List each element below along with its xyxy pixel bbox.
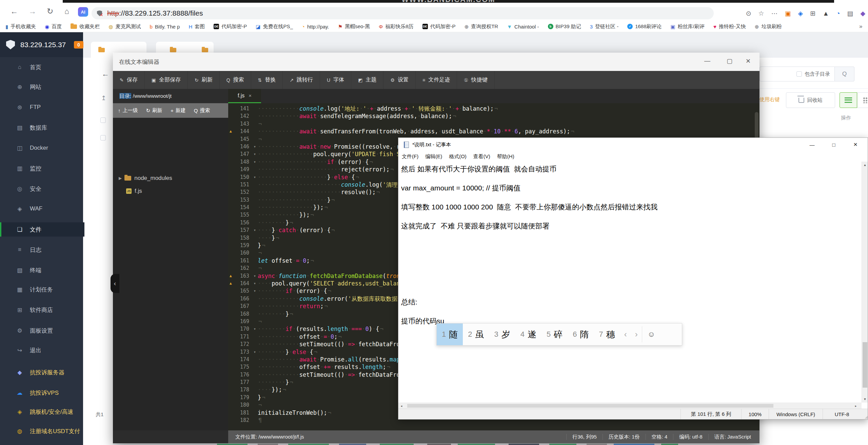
bookmark-item[interactable]: DE代码加密-P: [422, 23, 456, 30]
reload-icon[interactable]: ↻: [47, 7, 53, 15]
sidebar-item-退出[interactable]: ↪退出: [0, 343, 83, 357]
fold-arrow-icon[interactable]: ▾: [254, 158, 256, 166]
profile-icon[interactable]: ◆: [860, 10, 865, 17]
scroll-up-icon[interactable]: ▲: [862, 162, 868, 168]
sidebar-item-计划任务[interactable]: ▦计划任务: [0, 282, 83, 297]
fold-arrow-icon[interactable]: ▾: [254, 143, 256, 150]
extension-orange-icon[interactable]: ▣: [785, 10, 791, 17]
bookmark-item[interactable]: ▣粉丝库/刷评: [671, 23, 705, 30]
editor-toolbar-button-字体[interactable]: U字体: [320, 71, 351, 89]
include-sub-checkbox[interactable]: [796, 71, 802, 77]
bookmark-item[interactable]: 收藏夹栏: [71, 23, 100, 30]
notepad-title-bar[interactable]: *说明.txt - 记事本 — □ ✕: [398, 138, 868, 151]
ime-candidate-6[interactable]: 6隋: [568, 323, 594, 345]
notification-badge[interactable]: 0: [74, 41, 83, 49]
notepad-menu-文件(F)[interactable]: 文件(F): [398, 153, 422, 160]
scroll-down-icon[interactable]: ▼: [862, 396, 868, 403]
url-text[interactable]: http://83.229.125.37:8888/files: [107, 9, 203, 17]
tree-toolbar-上一级[interactable]: ↑上一级: [118, 107, 138, 114]
editor-minimize-button[interactable]: —: [704, 57, 710, 64]
tree-item-folder[interactable]: ▶ node_modules: [119, 175, 172, 182]
sidebar-promo-抗投诉VPS[interactable]: ☁抗投诉VPS: [0, 386, 83, 400]
fm-search-button[interactable]: Q: [835, 67, 854, 81]
tree-toolbar-新建[interactable]: +新建: [171, 107, 186, 114]
editor-toolbar-button-跳转行[interactable]: ↗跳转行: [283, 71, 320, 89]
bookmark-item[interactable]: ◉百度: [45, 23, 62, 30]
notepad-menu-帮助(H)[interactable]: 帮助(H): [494, 153, 518, 160]
ime-candidate-5[interactable]: 5碎: [541, 323, 568, 345]
sidebar-item-Docker[interactable]: ◫Docker: [0, 141, 83, 155]
extension-blue-icon[interactable]: ◈: [798, 10, 803, 17]
bookmark-item[interactable]: ⊕查询授权TR: [465, 23, 498, 30]
tree-item-file[interactable]: JS f.js: [126, 188, 142, 194]
bookmark-item[interactable]: DE代码加密-P: [214, 23, 247, 30]
editor-toolbar-button-主题[interactable]: ◩主题: [351, 71, 383, 89]
editor-close-button[interactable]: ✕: [746, 57, 751, 65]
list-view-toggle[interactable]: [840, 92, 857, 108]
tree-toolbar-刷新[interactable]: ↻刷新: [146, 107, 163, 114]
sidebar-item-WAF[interactable]: ◈WAF: [0, 202, 83, 216]
sidebar-item-文件[interactable]: ❏文件: [0, 222, 84, 237]
bookmarks-overflow-icon[interactable]: »: [859, 23, 862, 30]
ime-candidate-4[interactable]: 4遂: [515, 323, 541, 345]
sidebar-promo-跳板机/安全/高速[interactable]: ◈跳板机/安全/高速: [0, 405, 83, 419]
sidebar-item-监控[interactable]: ▥监控: [0, 161, 83, 175]
row-checkbox[interactable]: [100, 117, 106, 123]
fold-arrow-icon[interactable]: ▾: [254, 173, 256, 181]
sidebar-item-软件商店[interactable]: ⊞软件商店: [0, 303, 83, 317]
bookmark-item[interactable]: ⊕垃圾刷粉: [755, 23, 782, 30]
bookmark-item[interactable]: ✓1688刷评论: [627, 23, 662, 30]
editor-toolbar-button-设置[interactable]: ⚙设置: [383, 71, 416, 89]
bookmark-item[interactable]: H套图: [189, 23, 205, 30]
key-icon[interactable]: ⊙: [746, 10, 751, 17]
row-checkbox[interactable]: [100, 135, 106, 141]
fm-back-icon[interactable]: ←: [102, 70, 109, 78]
url-bar[interactable]: ✕ http://83.229.125.37:8888/files: [92, 7, 714, 19]
bookmark-item[interactable]: ◍麦克风测试: [108, 23, 141, 30]
notepad-minimize-button[interactable]: —: [804, 138, 820, 151]
bookmark-item[interactable]: ◔http://pay.: [302, 24, 329, 30]
bookmark-item[interactable]: ♥推特粉-又快: [713, 23, 746, 30]
scroll-left-icon[interactable]: ◂: [398, 403, 405, 409]
editor-scrollbar-thumb[interactable]: [755, 112, 758, 139]
expand-arrow-icon[interactable]: ▶: [119, 176, 122, 181]
notepad-hscrollbar[interactable]: ◂ ▸: [398, 403, 862, 409]
scroll-right-icon[interactable]: ▸: [853, 403, 859, 409]
notepad-maximize-button[interactable]: □: [826, 138, 842, 151]
sidebar-promo-注册域名USDT支付[interactable]: ◍注册域名USDT支付: [0, 424, 83, 438]
grid-view-toggle[interactable]: [857, 92, 868, 108]
home-icon[interactable]: ⌂: [64, 7, 69, 15]
ai-extension-icon[interactable]: AI: [78, 7, 88, 17]
editor-toolbar-button-刷新[interactable]: ↻刷新: [188, 71, 220, 89]
ime-candidate-3[interactable]: 3岁: [489, 323, 515, 345]
notepad-menu-编辑(E)[interactable]: 编辑(E): [422, 153, 446, 160]
ime-prev-icon[interactable]: ‹: [620, 323, 631, 345]
sidebar-item-FTP[interactable]: ⊛FTP: [0, 100, 83, 114]
editor-title-bar[interactable]: 在线文本编辑器 — ▢ ✕: [113, 53, 760, 71]
scales-icon[interactable]: ▲: [823, 10, 829, 17]
more-icon[interactable]: ⋯: [771, 10, 778, 17]
fm-search-box[interactable]: 包含子目录: [760, 67, 835, 81]
sidebar-item-安全[interactable]: ◎安全: [0, 182, 83, 196]
bookmark-item[interactable]: Φ福彩快乐8历: [379, 23, 413, 30]
tree-collapse-handle[interactable]: ‹: [111, 274, 119, 293]
recycle-button[interactable]: 回收站: [786, 92, 835, 108]
ime-candidate-7[interactable]: 7穗: [594, 323, 620, 345]
bookmark-item[interactable]: bBitly. The p: [150, 24, 180, 30]
sidebar-item-网站[interactable]: ⊕网站: [0, 80, 83, 94]
sidebar-item-首页[interactable]: ⌂首页: [0, 60, 83, 74]
tree-toolbar-搜索[interactable]: Q搜索: [194, 107, 210, 114]
reading-list-icon[interactable]: ▤: [847, 10, 853, 17]
notepad-text-area[interactable]: 然后 如果有代币大于你设置的阈值 就会自动提币 var max_amount =…: [398, 162, 861, 403]
sidebar-item-数据库[interactable]: ▤数据库: [0, 120, 83, 135]
sidebar-item-终端[interactable]: ▧终端: [0, 263, 83, 277]
fm-upload-icon[interactable]: ↥: [101, 94, 106, 102]
editor-toolbar-button-保存[interactable]: ✎保存: [113, 71, 145, 89]
notepad-menu-查看(V)[interactable]: 查看(V): [470, 153, 494, 160]
extensions-grid-icon[interactable]: ⊞: [810, 10, 815, 17]
bookmark-item[interactable]: ▮手机收藏夹: [5, 23, 36, 30]
bookmark-item[interactable]: ◪免费在线PS_: [256, 23, 293, 30]
tab-close-icon[interactable]: ×: [249, 93, 252, 98]
fold-arrow-icon[interactable]: ▾: [254, 325, 256, 333]
editor-toolbar-button-文件足迹[interactable]: ≡文件足迹: [416, 71, 457, 89]
